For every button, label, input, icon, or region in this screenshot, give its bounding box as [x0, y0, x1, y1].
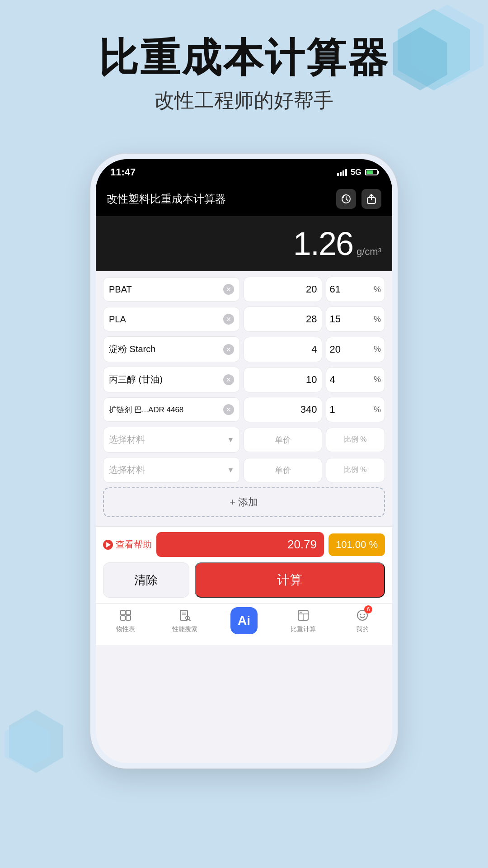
empty-material-row-1: 选择材料 ▼ 单价 比例 %	[103, 427, 385, 453]
phone-wrapper: 11:47 5G 改性塑料比重成本计算器	[90, 154, 398, 769]
material-name-cell-5[interactable]: 扩链剂 巴...ADR 4468 ✕	[103, 397, 240, 422]
action-row: 清除 计算	[103, 562, 385, 598]
bottom-summary: 查看帮助 20.79 101.00 % 清除 计算	[96, 526, 392, 603]
tab-density-calc[interactable]: 比重计算	[274, 607, 333, 636]
battery-icon	[365, 169, 378, 175]
select-material-2[interactable]: 选择材料 ▼	[103, 457, 240, 483]
clear-material-4[interactable]: ✕	[223, 374, 234, 385]
result-value: 1.26	[293, 225, 353, 262]
signal-bar-4	[345, 169, 347, 176]
help-link[interactable]: 查看帮助	[103, 538, 152, 551]
tab-label-property: 物性表	[116, 625, 135, 633]
tab-label-my: 我的	[356, 625, 369, 633]
material-row: PBAT ✕ 20 61 %	[103, 277, 385, 302]
main-title: 比重成本计算器	[0, 36, 488, 80]
svg-rect-10	[121, 616, 125, 620]
material-price-2[interactable]: 28	[244, 307, 322, 332]
material-price-4[interactable]: 10	[244, 367, 322, 392]
help-label: 查看帮助	[116, 538, 152, 551]
select-material-1[interactable]: 选择材料 ▼	[103, 427, 240, 453]
material-row: 淀粉 Starch ✕ 4 20 %	[103, 336, 385, 362]
material-price-1[interactable]: 20	[244, 277, 322, 302]
result-unit: g/cm³	[357, 246, 381, 258]
empty-material-row-2: 选择材料 ▼ 单价 比例 %	[103, 457, 385, 483]
material-ratio-2[interactable]: 15 %	[326, 307, 385, 332]
dropdown-arrow-1: ▼	[227, 436, 234, 444]
battery-fill	[366, 170, 373, 174]
svg-rect-9	[126, 610, 131, 615]
material-ratio-3[interactable]: 20 %	[326, 337, 385, 362]
material-price-3[interactable]: 4	[244, 337, 322, 362]
price-placeholder-2[interactable]: 单价	[244, 458, 322, 482]
network-type: 5G	[351, 168, 361, 177]
phone-outer: 11:47 5G 改性塑料比重成本计算器	[90, 154, 398, 769]
tab-label-search: 性能搜索	[172, 625, 197, 633]
share-icon	[366, 194, 376, 204]
signal-bars	[337, 169, 347, 176]
ratio-placeholder-2[interactable]: 比例 %	[326, 458, 385, 482]
clear-material-5[interactable]: ✕	[223, 404, 234, 415]
history-button[interactable]	[336, 189, 356, 209]
app-header: 改性塑料比重成本计算器	[96, 184, 392, 216]
select-placeholder-2: 选择材料	[109, 464, 145, 476]
smiley-icon-wrapper: 6	[354, 607, 371, 623]
signal-bar-1	[337, 173, 339, 176]
search-doc-icon	[177, 607, 193, 623]
share-button[interactable]	[361, 189, 381, 209]
material-name-2: PLA	[109, 314, 126, 325]
tab-label-calc: 比重计算	[291, 625, 316, 633]
materials-section: PBAT ✕ 20 61 % PLA ✕ 28	[96, 271, 392, 526]
material-name-4: 丙三醇 (甘油)	[109, 373, 163, 386]
tab-ai-center[interactable]: Ai	[214, 607, 273, 636]
deco-hex-bottom-left	[0, 705, 90, 796]
play-icon	[103, 540, 113, 550]
material-price-5[interactable]: 340	[244, 397, 322, 422]
phone-screen: 11:47 5G 改性塑料比重成本计算器	[96, 159, 392, 763]
material-name-3: 淀粉 Starch	[109, 343, 155, 355]
grid-icon	[117, 607, 134, 623]
header-btns	[336, 189, 381, 209]
material-name-cell-4[interactable]: 丙三醇 (甘油) ✕	[103, 367, 240, 392]
status-bar: 11:47 5G	[96, 159, 392, 184]
play-triangle	[106, 542, 111, 547]
status-time: 11:47	[110, 166, 136, 178]
clear-material-1[interactable]: ✕	[223, 284, 234, 295]
signal-bar-3	[343, 170, 344, 176]
svg-point-23	[364, 614, 365, 615]
tab-performance-search[interactable]: 性能搜索	[155, 607, 214, 636]
summary-row: 查看帮助 20.79 101.00 %	[103, 532, 385, 557]
tab-property-table[interactable]: 物性表	[96, 607, 155, 636]
material-ratio-5[interactable]: 1 %	[326, 397, 385, 422]
dropdown-arrow-2: ▼	[227, 466, 234, 474]
signal-bar-2	[340, 172, 342, 176]
material-name-cell-1[interactable]: PBAT ✕	[103, 277, 240, 302]
svg-rect-8	[121, 610, 125, 615]
ratio-placeholder-1[interactable]: 比例 %	[326, 428, 385, 452]
material-row: 丙三醇 (甘油) ✕ 10 4 %	[103, 367, 385, 392]
header-section: 比重成本计算器 改性工程师的好帮手	[0, 36, 488, 114]
result-display: 1.26 g/cm³	[96, 216, 392, 271]
material-name-cell-2[interactable]: PLA ✕	[103, 307, 240, 331]
material-name-5: 扩链剂 巴...ADR 4468	[109, 405, 183, 415]
add-material-button[interactable]: + 添加	[103, 487, 385, 517]
ratio-display: 101.00 %	[328, 533, 385, 556]
ai-icon: Ai	[230, 607, 258, 634]
add-btn-row: + 添加	[103, 487, 385, 517]
material-name-cell-3[interactable]: 淀粉 Starch ✕	[103, 336, 240, 362]
clear-material-3[interactable]: ✕	[223, 344, 234, 355]
material-row: 扩链剂 巴...ADR 4468 ✕ 340 1 %	[103, 397, 385, 422]
clear-material-2[interactable]: ✕	[223, 314, 234, 325]
svg-rect-12	[180, 610, 188, 620]
tab-my[interactable]: 6 我的	[333, 607, 392, 636]
material-ratio-4[interactable]: 4 %	[326, 367, 385, 392]
svg-line-16	[189, 619, 190, 621]
svg-point-22	[360, 614, 361, 615]
history-icon	[341, 194, 351, 204]
material-ratio-1[interactable]: 61 %	[326, 277, 385, 302]
select-placeholder-1: 选择材料	[109, 434, 145, 446]
price-placeholder-1[interactable]: 单价	[244, 428, 322, 452]
clear-button[interactable]: 清除	[103, 562, 189, 598]
calculate-button[interactable]: 计算	[195, 562, 385, 598]
cost-display: 20.79	[156, 532, 324, 557]
material-row: PLA ✕ 28 15 %	[103, 307, 385, 332]
